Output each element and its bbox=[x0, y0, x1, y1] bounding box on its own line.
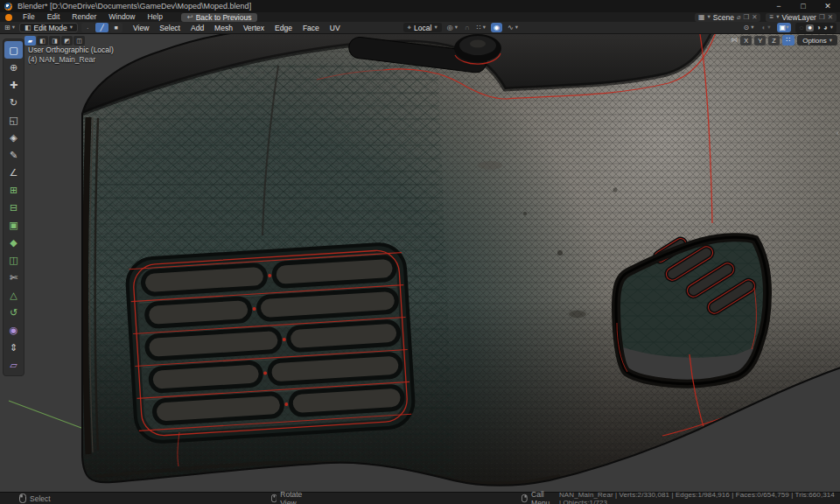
pivot-point-dropdown[interactable]: ◎ ▾ bbox=[445, 24, 459, 32]
tool-cursor-button[interactable]: ⊕ bbox=[4, 59, 23, 76]
remove-viewlayer-icon[interactable]: ✕ bbox=[828, 14, 833, 21]
new-viewlayer-icon[interactable]: ❐ bbox=[819, 14, 825, 21]
select-mode-extend-button[interactable]: ◧ bbox=[37, 36, 48, 46]
unlink-scene-icon[interactable]: ✕ bbox=[752, 14, 757, 21]
tool-scale-button[interactable]: ◱ bbox=[4, 111, 23, 129]
left-grille[interactable] bbox=[126, 242, 415, 443]
mirror-y-button[interactable]: Y bbox=[754, 36, 766, 46]
shrink-fatten-icon: ⇕ bbox=[10, 342, 18, 354]
inset-faces-icon: ▣ bbox=[9, 220, 18, 231]
select-mode-invert-button[interactable]: ◩ bbox=[61, 36, 73, 46]
mirror-z-button[interactable]: Z bbox=[768, 36, 780, 46]
tool-select-box-button[interactable]: ▢ bbox=[4, 41, 23, 59]
sidebar-collapse-arrow[interactable]: ‹ bbox=[836, 129, 839, 137]
menu-edit[interactable]: Edit bbox=[41, 12, 66, 22]
overlays-dropdown-icon: ▾ bbox=[767, 24, 770, 31]
pin-icon[interactable]: ⌀ bbox=[737, 14, 741, 21]
mode-dropdown[interactable]: ◧ Edit Mode ▾ bbox=[19, 23, 78, 32]
material-shading-button[interactable]: ◑ bbox=[816, 24, 821, 32]
3d-viewport[interactable]: ▰ ◧ ◨ ◩ ◫ ⋈ X Y Z ∷ Options ▾ User Ortho… bbox=[0, 34, 840, 492]
moped-mesh[interactable] bbox=[77, 34, 840, 492]
poly-build-icon: △ bbox=[10, 290, 17, 301]
viewlayer-selector[interactable]: ≡ ▾ ViewLayer ❐ ✕ bbox=[766, 13, 836, 22]
select-mode-intersect-button[interactable]: ◫ bbox=[74, 36, 85, 46]
tool-inset-faces-button[interactable]: ▣ bbox=[4, 216, 23, 234]
hint-select-label: Select bbox=[30, 494, 51, 503]
menu-uv[interactable]: UV bbox=[325, 24, 346, 32]
scene-selector[interactable]: ▦ ▾ Scene ⌀ ❐ ✕ bbox=[695, 13, 760, 22]
menu-file[interactable]: File bbox=[17, 12, 41, 22]
orientation-dropdown-icon: ▾ bbox=[434, 24, 437, 31]
orientation-label: Local bbox=[414, 24, 431, 32]
menu-face[interactable]: Face bbox=[298, 24, 325, 32]
select-mode-subtract-button[interactable]: ◨ bbox=[49, 36, 60, 46]
xray-icon: ▣ bbox=[780, 24, 787, 32]
tool-add-cube-button[interactable]: ⊞ bbox=[4, 181, 23, 199]
shading-group: ⊙ ▾ ◐ ▾ ▣ ▾ ◌ ● ◑ ◕ ▾ bbox=[742, 23, 836, 33]
tool-bevel-button[interactable]: ◆ bbox=[4, 234, 23, 251]
mouse-right-icon bbox=[522, 494, 528, 503]
menu-vertex[interactable]: Vertex bbox=[238, 24, 270, 32]
tool-shear-button[interactable]: ▱ bbox=[4, 356, 23, 374]
falloff-icon: ∿ bbox=[508, 24, 514, 32]
tool-extrude-region-button[interactable]: ⊟ bbox=[4, 199, 23, 216]
tool-shrink-fatten-button[interactable]: ⇕ bbox=[4, 339, 23, 356]
blender-menu-icon[interactable] bbox=[5, 14, 12, 21]
tool-loop-cut-button[interactable]: ◫ bbox=[4, 251, 23, 269]
vertex-select-button[interactable]: ∙ bbox=[81, 23, 94, 32]
loop-cut-icon: ◫ bbox=[9, 255, 18, 266]
xray-toggle[interactable]: ▣ ▾ bbox=[777, 23, 792, 32]
snap-toggle[interactable]: ∩ bbox=[463, 24, 472, 32]
face-select-button[interactable]: ■ bbox=[109, 23, 122, 32]
tool-spin-button[interactable]: ↺ bbox=[4, 304, 23, 321]
editor-type-selector[interactable]: ⊞ ▾ bbox=[0, 24, 19, 32]
options-dropdown[interactable]: Options ▾ bbox=[797, 35, 837, 46]
menu-add[interactable]: Add bbox=[186, 24, 209, 32]
proportional-editing-toggle[interactable]: ◉ bbox=[491, 23, 502, 32]
mirror-x-button[interactable]: X bbox=[740, 36, 752, 46]
snap-settings-dropdown[interactable]: ∷ ▾ bbox=[475, 24, 487, 32]
snap-toggle-button[interactable]: ∷ bbox=[782, 35, 794, 46]
tool-transform-button[interactable]: ◈ bbox=[4, 129, 23, 146]
annotate-icon: ✎ bbox=[10, 150, 18, 161]
menu-help[interactable]: Help bbox=[141, 12, 168, 22]
minimize-button[interactable]: − bbox=[766, 0, 791, 12]
maximize-button[interactable]: □ bbox=[791, 0, 816, 12]
solid-shading-button[interactable]: ● bbox=[806, 24, 814, 32]
select-mode-new-button[interactable]: ▰ bbox=[24, 36, 36, 46]
back-to-previous-button[interactable]: ↩ Back to Previous bbox=[181, 13, 257, 22]
close-button[interactable]: ✕ bbox=[816, 0, 840, 12]
viewlayer-dropdown-icon[interactable]: ▾ bbox=[776, 14, 779, 20]
tool-knife-button[interactable]: ✄ bbox=[4, 269, 23, 286]
measure-icon: ∠ bbox=[10, 167, 18, 178]
tool-measure-button[interactable]: ∠ bbox=[4, 164, 23, 181]
edge-select-button[interactable]: ╱ bbox=[95, 23, 108, 32]
editor-type-icon: ⊞ bbox=[4, 24, 10, 32]
wireframe-shading-button[interactable]: ◌ bbox=[799, 24, 803, 32]
scene-icon: ▦ bbox=[698, 14, 705, 21]
menu-window[interactable]: Window bbox=[102, 12, 141, 22]
menu-render[interactable]: Render bbox=[66, 12, 102, 22]
menu-select[interactable]: Select bbox=[154, 24, 186, 32]
tool-annotate-button[interactable]: ✎ bbox=[4, 146, 23, 164]
tool-smooth-button[interactable]: ◉ bbox=[4, 321, 23, 339]
gizmos-dropdown[interactable]: ⊙ ▾ bbox=[742, 24, 756, 32]
scene-dropdown-icon[interactable]: ▾ bbox=[708, 14, 710, 20]
overlays-dropdown[interactable]: ◐ ▾ bbox=[760, 24, 773, 32]
title-bar[interactable]: Blender* [D:\OneDrive\Documents\GameDev\… bbox=[0, 0, 840, 12]
menu-view[interactable]: View bbox=[128, 24, 154, 32]
viewport-canvas[interactable] bbox=[0, 34, 840, 492]
tool-move-button[interactable]: ✚ bbox=[4, 76, 23, 94]
shading-dropdown-icon[interactable]: ▾ bbox=[830, 24, 833, 31]
menu-mesh[interactable]: Mesh bbox=[209, 24, 238, 32]
menu-edge[interactable]: Edge bbox=[270, 24, 298, 32]
rendered-shading-button[interactable]: ◕ bbox=[823, 24, 828, 32]
tool-rotate-button[interactable]: ↻ bbox=[4, 94, 23, 111]
tool-poly-build-button[interactable]: △ bbox=[4, 286, 23, 304]
new-scene-icon[interactable]: ❐ bbox=[743, 14, 749, 21]
editor-dropdown-icon: ▾ bbox=[12, 24, 15, 31]
falloff-dropdown[interactable]: ∿ ▾ bbox=[506, 24, 520, 32]
spin-icon: ↺ bbox=[10, 307, 18, 318]
mouse-middle-icon bbox=[271, 494, 277, 503]
orientation-dropdown[interactable]: ⌖ Local ▾ bbox=[403, 23, 442, 32]
